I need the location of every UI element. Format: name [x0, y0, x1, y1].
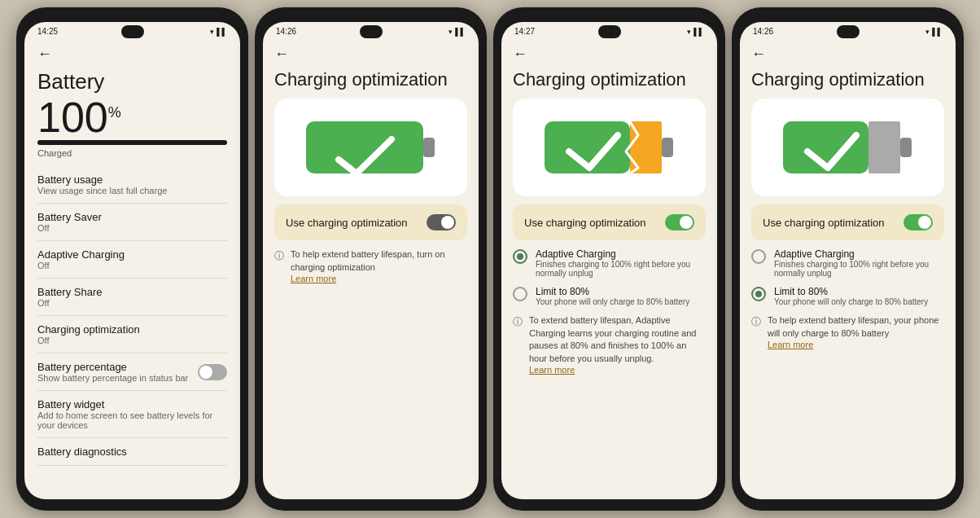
settings-item-battery-usage[interactable]: Battery usage View usage since last full…	[37, 166, 227, 204]
radio-limit-label-4: Limit to 80%	[774, 286, 928, 297]
radio-limit-outer-3[interactable]	[513, 287, 527, 301]
radio-limit-sub-4: Your phone will only charge to 80% batte…	[774, 297, 928, 306]
charging-opt-title-2: Charging optimization	[274, 69, 467, 90]
settings-item-battery-saver[interactable]: Battery Saver Off	[37, 204, 227, 241]
radio-limit-sub-3: Your phone will only charge to 80% batte…	[536, 297, 689, 306]
learn-more-3[interactable]: Learn more	[529, 365, 706, 375]
battery-widget-title: Battery widget	[37, 398, 227, 410]
radio-adaptive-sub-4: Finishes charging to 100% right before y…	[774, 260, 944, 278]
battery-widget-sub: Add to home screen to see battery levels…	[37, 410, 227, 430]
charging-opt-sub: Off	[37, 336, 227, 345]
svg-rect-7	[900, 138, 912, 157]
toggle-row-4: Use charging optimization	[751, 204, 944, 240]
status-bar-4: 14:26 ▾ ▌▌	[740, 22, 956, 39]
toggle-label-4: Use charging optimization	[763, 217, 885, 229]
status-icons-3: ▾ ▌▌	[687, 28, 704, 36]
phone-frame-1: 14:25 ▾ ▌▌ ← Battery 100% Charged Batter…	[16, 7, 248, 511]
wifi-icon-2: ▾	[448, 28, 453, 36]
camera-notch-2	[360, 25, 383, 38]
radio-adaptive-label-3: Adaptive Charging	[536, 248, 706, 260]
info-text-3: To extend battery lifespan, Adaptive Cha…	[529, 314, 706, 365]
learn-more-4[interactable]: Learn more	[768, 340, 944, 349]
info-icon-3: ⓘ	[513, 315, 523, 329]
radio-limit-inner-4	[755, 291, 762, 297]
toggle-row-2: Use charging optimization	[274, 204, 467, 240]
radio-adaptive-outer-3[interactable]	[513, 249, 527, 264]
camera-notch-3	[598, 25, 621, 38]
battery-title: Battery	[37, 69, 227, 94]
settings-item-battery-share[interactable]: Battery Share Off	[37, 279, 227, 316]
radio-adaptive-inner-3	[517, 253, 523, 260]
svg-rect-1	[423, 138, 435, 157]
battery-saver-sub: Off	[37, 223, 227, 233]
info-section-3: ⓘ To extend battery lifespan, Adaptive C…	[513, 314, 706, 375]
wifi-icon-1: ▾	[210, 28, 214, 36]
adaptive-charging-title: Adaptive Charging	[37, 248, 227, 261]
status-icons-4: ▾ ▌▌	[925, 28, 943, 36]
battery-settings-screen: ← Battery 100% Charged Battery usage Vie…	[24, 39, 240, 499]
radio-adaptive-outer-4[interactable]	[751, 249, 766, 264]
battery-illustration-2	[274, 99, 467, 196]
phone-screen-3: 14:27 ▾ ▌▌ ← Charging optimization	[501, 22, 717, 499]
signal-icon-1: ▌▌	[217, 28, 227, 36]
radio-adaptive-3[interactable]: Adaptive Charging Finishes charging to 1…	[513, 248, 706, 278]
toggle-switch-2[interactable]	[427, 214, 456, 230]
info-icon-4: ⓘ	[751, 315, 761, 329]
back-button-2[interactable]: ←	[274, 46, 467, 63]
signal-icon-2: ▌▌	[455, 28, 466, 36]
phone-screen-2: 14:26 ▾ ▌▌ ← Charging optimization Use c…	[263, 22, 479, 499]
battery-pct-toggle[interactable]	[198, 364, 227, 380]
info-text-4: To help extend battery lifespan, your ph…	[768, 314, 944, 340]
battery-svg-2	[306, 115, 436, 180]
phone-frame-2: 14:26 ▾ ▌▌ ← Charging optimization Use c…	[255, 7, 487, 511]
radio-limit-3[interactable]: Limit to 80% Your phone will only charge…	[513, 286, 706, 306]
learn-more-2[interactable]: Learn more	[291, 274, 467, 283]
charging-opt-title-3: Charging optimization	[513, 69, 706, 90]
phone-screen-4: 14:26 ▾ ▌▌ ← Charging optimization	[740, 22, 956, 499]
back-button-1[interactable]: ←	[37, 46, 227, 63]
svg-rect-6	[868, 121, 900, 173]
toggle-row-3: Use charging optimization	[513, 204, 706, 240]
battery-saver-title: Battery Saver	[37, 211, 227, 223]
adaptive-charging-sub: Off	[37, 261, 227, 270]
charged-text: Charged	[37, 148, 227, 158]
battery-pct-title: Battery percentage	[37, 361, 188, 373]
svg-rect-4	[662, 138, 673, 157]
charging-opt-screen-4: ← Charging optimization Use charging opt…	[740, 39, 956, 499]
settings-item-battery-percentage[interactable]: Battery percentage Show battery percenta…	[37, 353, 227, 391]
phone-frame-3: 14:27 ▾ ▌▌ ← Charging optimization	[493, 7, 725, 511]
battery-usage-sub: View usage since last full charge	[37, 186, 227, 195]
battery-share-title: Battery Share	[37, 286, 227, 298]
battery-percentage: 100%	[37, 96, 227, 138]
toggle-switch-3[interactable]	[665, 214, 694, 230]
battery-usage-title: Battery usage	[37, 173, 227, 186]
back-button-3[interactable]: ←	[513, 46, 706, 63]
status-bar-3: 14:27 ▾ ▌▌	[501, 22, 717, 39]
back-button-4[interactable]: ←	[751, 46, 944, 63]
wifi-icon-4: ▾	[925, 28, 930, 36]
radio-limit-4[interactable]: Limit to 80% Your phone will only charge…	[751, 286, 944, 306]
toggle-switch-4[interactable]	[903, 214, 933, 230]
status-time-3: 14:27	[514, 27, 535, 36]
wifi-icon-3: ▾	[687, 28, 691, 36]
settings-item-adaptive-charging[interactable]: Adaptive Charging Off	[37, 241, 227, 279]
battery-share-sub: Off	[37, 298, 227, 308]
radio-limit-label-3: Limit to 80%	[536, 286, 689, 297]
screen-content-1: ← Battery 100% Charged Battery usage Vie…	[24, 39, 240, 499]
settings-item-battery-widget[interactable]: Battery widget Add to home screen to see…	[37, 391, 227, 438]
toggle-label-3: Use charging optimization	[524, 217, 646, 229]
battery-illustration-3	[513, 99, 706, 196]
settings-item-battery-diagnostics[interactable]: Battery diagnostics	[37, 438, 227, 466]
charging-opt-screen-2: ← Charging optimization Use charging opt…	[263, 39, 479, 499]
status-bar-2: 14:26 ▾ ▌▌	[263, 22, 479, 39]
radio-adaptive-4[interactable]: Adaptive Charging Finishes charging to 1…	[751, 248, 944, 278]
radio-adaptive-sub-3: Finishes charging to 100% right before y…	[536, 260, 706, 278]
radio-limit-outer-4[interactable]	[751, 287, 766, 301]
phone-frame-4: 14:26 ▾ ▌▌ ← Charging optimization	[732, 7, 964, 511]
radio-adaptive-label-4: Adaptive Charging	[774, 248, 944, 260]
battery-svg-3	[545, 115, 675, 180]
battery-diagnostics-title: Battery diagnostics	[37, 446, 227, 458]
battery-illustration-4	[751, 99, 944, 196]
signal-icon-4: ▌▌	[932, 28, 943, 36]
settings-item-charging-opt[interactable]: Charging optimization Off	[37, 316, 227, 353]
